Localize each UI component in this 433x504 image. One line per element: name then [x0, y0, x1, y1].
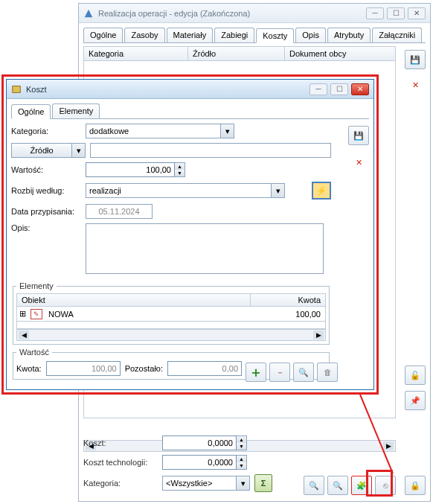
elementy-toolbar: ＋ － 🔍 🗑 — [246, 363, 338, 382]
delete-icon: ✕ — [412, 80, 419, 90]
elementy-hscroll[interactable]: ◀ ▶ — [16, 329, 326, 341]
col-kwota[interactable]: Kwota — [251, 294, 325, 306]
kategoria-label: Kategoria: — [11, 127, 81, 135]
opis-textarea[interactable] — [86, 223, 324, 274]
wartosc-label: Wartość: — [11, 165, 81, 174]
parent-pin-button[interactable]: 📌 — [405, 391, 426, 410]
parent-maximize-button[interactable]: ☐ — [387, 7, 405, 19]
rozbij-combo[interactable] — [86, 183, 272, 198]
dialog-maximize-button[interactable]: ☐ — [330, 83, 348, 95]
dialog-tab-elementy[interactable]: Elementy — [52, 103, 100, 118]
tab-ogolne[interactable]: Ogólne — [83, 28, 123, 42]
col-dokument[interactable]: Dokument obcy — [285, 47, 395, 60]
save-icon: 💾 — [353, 131, 364, 141]
expand-icon[interactable]: ⊞ — [17, 309, 28, 319]
parent-delete-button[interactable]: ✕ — [405, 75, 426, 95]
spin-down-icon[interactable]: ▼ — [175, 170, 185, 176]
parent-title: Realizacja operacji - edycja (Zakończona… — [98, 9, 366, 18]
spin-up-icon[interactable]: ▲ — [175, 163, 185, 170]
spin-up-icon[interactable]: ▲ — [237, 456, 246, 462]
scroll-left-icon[interactable]: ◀ — [19, 331, 29, 339]
parent-save-button[interactable]: 💾 — [405, 50, 426, 69]
rozbij-label: Rozbij według: — [11, 186, 81, 195]
kategoria-combo[interactable] — [86, 124, 221, 138]
data-przypisania-label: Data przypisania: — [11, 207, 81, 216]
scroll-right-icon[interactable]: ▶ — [313, 331, 324, 339]
dialog-tabs: Ogólne Elementy — [11, 103, 369, 119]
sigma-button[interactable]: Σ — [254, 474, 272, 492]
wartosc-legend: Wartość — [16, 348, 52, 357]
col-zrodlo[interactable]: Źródło — [188, 47, 285, 60]
koszt-dialog: Koszt ─ ☐ ✕ Ogólne Elementy Kategoria: ▾… — [6, 79, 374, 390]
zrodlo-button[interactable]: Źródło — [11, 143, 72, 158]
elementy-fieldset: Elementy Obiekt Kwota ⊞ ✎ NOWA 100,00 ◀ … — [13, 281, 330, 345]
dialog-delete-button[interactable]: ✕ — [348, 153, 369, 172]
spin-up-icon[interactable]: ▲ — [237, 436, 246, 443]
dialog-minimize-button[interactable]: ─ — [309, 83, 327, 95]
svg-marker-0 — [85, 9, 93, 17]
tab-zabiegi[interactable]: Zabiegi — [214, 28, 254, 42]
data-przypisania-input[interactable] — [86, 204, 153, 219]
spin-down-icon[interactable]: ▼ — [237, 443, 246, 450]
elementy-remove-button[interactable]: － — [269, 363, 290, 382]
unlock-icon: 🔓 — [410, 371, 420, 380]
puzzle-icon: 🧩 — [356, 481, 367, 491]
parent-right-toolbar: 💾 ✕ — [405, 50, 426, 95]
parent-minimize-button[interactable]: ─ — [366, 7, 384, 19]
parent-unlock-button[interactable]: 🔓 — [405, 366, 426, 385]
chevron-down-icon[interactable]: ▾ — [272, 183, 285, 198]
footer-lock-button[interactable]: 🔒 — [405, 476, 426, 495]
dialog-icon — [11, 84, 22, 95]
minus-icon: － — [276, 367, 284, 378]
dialog-close-button[interactable]: ✕ — [351, 83, 369, 95]
svg-rect-2 — [13, 86, 21, 92]
plus-icon: ＋ — [249, 363, 263, 381]
row-type-icon: ✎ — [31, 309, 42, 319]
tab-zalaczniki[interactable]: Załączniki — [372, 28, 422, 42]
col-kategoria[interactable]: Kategoria — [84, 47, 188, 60]
elementy-legend: Elementy — [16, 281, 57, 290]
tab-materialy[interactable]: Materiały — [167, 28, 214, 42]
elementy-search-button[interactable]: 🔍 — [293, 363, 314, 382]
row-obiekt: NOWA — [45, 310, 251, 319]
bolt-icon: ⚡ — [316, 186, 327, 196]
chevron-down-icon[interactable]: ▾ — [221, 124, 234, 138]
koszt-tech-input[interactable] — [162, 455, 237, 470]
koszt-label: Koszt: — [83, 438, 158, 447]
search-icon: 🔍 — [309, 481, 319, 491]
parent-close-button[interactable]: ✕ — [408, 7, 426, 19]
lock-icon: 🔒 — [410, 481, 420, 491]
pozostalo-input — [167, 361, 242, 376]
row-kwota: 100,00 — [251, 310, 325, 319]
kwota-label: Kwota: — [16, 364, 42, 373]
elementy-trash-button[interactable]: 🗑 — [317, 363, 338, 382]
col-obiekt[interactable]: Obiekt — [17, 294, 251, 306]
pin-icon: 📌 — [410, 396, 420, 406]
tab-opis[interactable]: Opis — [295, 28, 326, 42]
rozbij-apply-button[interactable]: ⚡ — [312, 182, 331, 200]
elementy-row[interactable]: ⊞ ✎ NOWA 100,00 — [16, 307, 326, 322]
spin-down-icon[interactable]: ▼ — [237, 462, 246, 469]
zrodlo-input[interactable] — [90, 143, 331, 158]
trash-icon: 🗑 — [324, 368, 332, 377]
footer-zoom-in-button[interactable]: 🔍 — [327, 476, 348, 495]
kategoria-footer-label: Kategoria: — [83, 479, 158, 488]
koszt-input[interactable] — [162, 436, 237, 450]
connector-line — [357, 392, 402, 481]
dialog-right-toolbar: 💾 ✕ — [348, 126, 369, 172]
delete-icon: ✕ — [356, 158, 362, 168]
footer-zoom-out-button[interactable]: 🔍 — [304, 476, 324, 495]
chevron-down-icon[interactable]: ▾ — [72, 143, 86, 158]
tab-koszty[interactable]: Koszty — [256, 28, 294, 43]
parent-tabs: Ogólne Zasoby Materiały Zabiegi Koszty O… — [83, 28, 426, 43]
kategoria-footer-combo[interactable] — [162, 476, 237, 491]
chevron-down-icon[interactable]: ▾ — [237, 476, 250, 491]
elementy-add-button[interactable]: ＋ — [246, 363, 266, 382]
tab-atrybuty[interactable]: Atrybuty — [327, 28, 371, 42]
koszt-tech-label: Koszt technologii: — [83, 458, 158, 467]
dialog-save-button[interactable]: 💾 — [348, 126, 369, 145]
dialog-tab-ogolne[interactable]: Ogólne — [11, 104, 51, 119]
wartosc-input[interactable] — [86, 162, 175, 177]
tab-zasoby[interactable]: Zasoby — [124, 28, 164, 42]
pozostalo-label: Pozostało: — [125, 364, 163, 373]
